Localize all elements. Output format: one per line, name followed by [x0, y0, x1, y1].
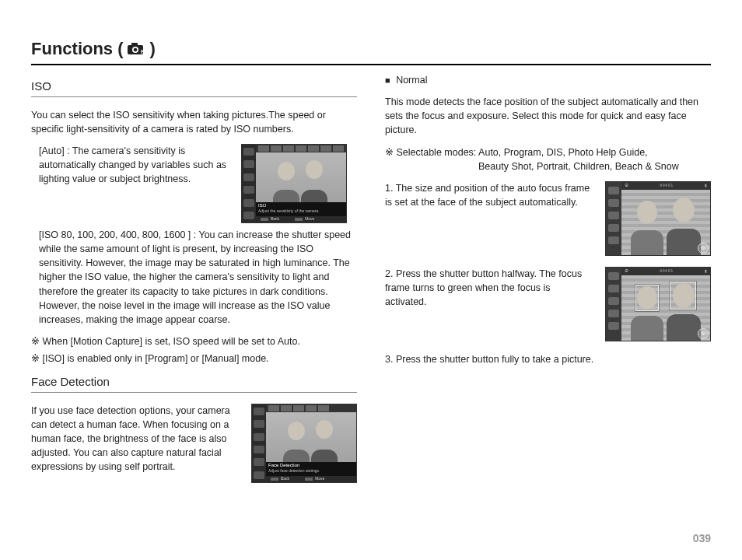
person-head	[288, 422, 305, 440]
lcd-top-icon	[258, 145, 269, 152]
lcd-tooltip-title: ISO	[258, 203, 344, 208]
camera-fn-icon: Fn	[127, 42, 147, 56]
lcd2-photo-area: ☺	[621, 275, 710, 341]
auto-row: [Auto] : The camera's sensitivity is aut…	[31, 144, 357, 223]
fd-intro: If you use face detection options, your …	[31, 404, 243, 474]
menu-key-icon	[271, 478, 278, 481]
lcd-top-icons	[256, 145, 346, 152]
lcd-side-icon	[243, 199, 254, 207]
lcd-back-hint: Back	[271, 476, 289, 481]
person-head	[673, 198, 695, 222]
lcd-tooltip-desc: Adjust face detection settings.	[268, 468, 354, 473]
title-prefix: Functions (	[31, 39, 124, 59]
lcd-back-label: Back	[271, 216, 279, 222]
lcd-move-hint: Move	[305, 476, 324, 481]
lcd2-side-icon	[608, 187, 619, 194]
lcd2-side-icon	[608, 272, 619, 280]
focus-frame	[670, 282, 696, 310]
page-number: 039	[693, 532, 711, 544]
face-detection-heading: Face Detection	[31, 373, 357, 393]
lcd-top-icon	[306, 405, 317, 411]
iso-note-1: ※ When [Motion Capture] is set, ISO spee…	[31, 334, 357, 348]
lcd-top-icon	[268, 405, 279, 411]
lcd-side-icon	[254, 458, 264, 466]
lcd-top-icon	[308, 145, 319, 152]
normal-heading-row: ■ Normal	[385, 73, 711, 87]
step-3-text: 3. Press the shutter button fully to tak…	[385, 352, 711, 366]
person-body	[631, 316, 663, 341]
person-head	[306, 160, 323, 179]
lcd-top-icon	[281, 405, 292, 411]
iso-list-text: [ISO 80, 100, 200, 400, 800, 1600 ] : Yo…	[31, 228, 357, 327]
lcd-tooltip-title: Face Detection	[268, 463, 354, 468]
lcd2-side-icons	[606, 268, 621, 341]
lcd-step1-screenshot: ⦿ 00001 ▮ ☺	[605, 181, 711, 256]
lcd-side-icon	[243, 148, 254, 156]
lcd2-side-icon	[608, 297, 619, 305]
lcd-fd-screenshot: Face Detection Adjust face detection set…	[251, 404, 357, 483]
lcd-side-icon	[243, 173, 254, 181]
person-head	[637, 201, 657, 224]
person-body	[667, 314, 701, 341]
lcd-side-icon	[243, 212, 254, 219]
selectable-modes-line1: ※ Selectable modes: Auto, Program, DIS, …	[385, 145, 711, 159]
svg-text:Fn: Fn	[141, 49, 147, 54]
lcd-side-icon	[254, 471, 264, 479]
normal-desc: This mode detects the face position of t…	[385, 95, 711, 137]
lcd-side-icons	[252, 404, 266, 482]
face-detect-indicator-icon: ☺	[698, 243, 709, 254]
lcd2-side-icon	[608, 236, 619, 244]
lcd2-side-icon	[608, 212, 619, 219]
lcd2-side-icon	[608, 322, 619, 330]
lcd-top-icon	[296, 145, 306, 152]
lcd-photo-area	[256, 152, 346, 208]
lcd-tooltip-desc: Adjust the sensitivity of the camera.	[258, 208, 344, 213]
lcd-top-icon	[333, 145, 344, 152]
battery-icon: ▮	[705, 268, 707, 274]
person-body	[631, 230, 663, 255]
lcd-tooltip: Face Detection Adjust face detection set…	[266, 462, 356, 476]
lcd-top-icon	[320, 145, 331, 152]
lcd-back-label: Back	[281, 476, 289, 481]
lcd-back-hint: Back	[261, 216, 279, 222]
lcd-side-icon	[243, 160, 254, 168]
right-column: ■ Normal This mode detects the face posi…	[385, 73, 711, 488]
lcd-top-icon	[271, 145, 282, 152]
lcd2-side-icon	[608, 199, 619, 207]
title-suffix: )	[150, 39, 156, 59]
page-title: Functions ( Fn )	[31, 39, 711, 65]
lcd-move-label: Move	[305, 216, 314, 222]
lcd-side-icons	[242, 145, 256, 222]
lcd-move-label: Move	[315, 476, 324, 481]
iso-heading: ISO	[31, 78, 357, 97]
lcd-photo-area	[266, 412, 356, 468]
step-1-text: 1. The size and position of the auto foc…	[385, 181, 594, 209]
face-detect-indicator-icon: ☺	[698, 328, 709, 339]
auto-text: [Auto] : The camera's sensitivity is aut…	[31, 144, 233, 186]
lcd-tooltip: ISO Adjust the sensitivity of the camera…	[256, 202, 346, 216]
camera-mode-icon: ⦿	[625, 183, 628, 188]
step-2-text: 2. Press the shutter button halfway. The…	[385, 267, 594, 309]
menu-key-icon	[261, 218, 268, 221]
battery-icon: ▮	[705, 183, 707, 188]
lcd2-photo-area: ☺	[621, 190, 710, 255]
nav-key-icon	[295, 218, 303, 221]
iso-note-2: ※ [ISO] is enabled only in [Program] or …	[31, 352, 357, 366]
lcd2-side-icon	[608, 285, 619, 292]
svg-point-3	[133, 48, 137, 52]
lcd-side-icon	[243, 186, 254, 194]
lcd-side-icon	[254, 420, 264, 428]
lcd-top-icon	[318, 405, 329, 411]
selectable-modes-line2: Beauty Shot, Portrait, Children, Beach &…	[385, 159, 711, 173]
svg-rect-1	[131, 43, 138, 46]
fd-row: If you use face detection options, your …	[31, 404, 357, 483]
iso-intro: You can select the ISO sensitivity when …	[31, 108, 357, 136]
lcd-side-icon	[254, 433, 264, 441]
focus-frame	[635, 285, 659, 311]
lcd-move-hint: Move	[295, 216, 314, 222]
lcd2-top-bar: ⦿ 00001 ▮	[621, 268, 710, 275]
step-2-row: 2. Press the shutter button halfway. The…	[385, 267, 711, 341]
left-column: ISO You can select the ISO sensitivity w…	[31, 73, 357, 488]
step-1-row: 1. The size and position of the auto foc…	[385, 181, 711, 256]
lcd-bottom-bar: Back Move	[266, 476, 356, 482]
